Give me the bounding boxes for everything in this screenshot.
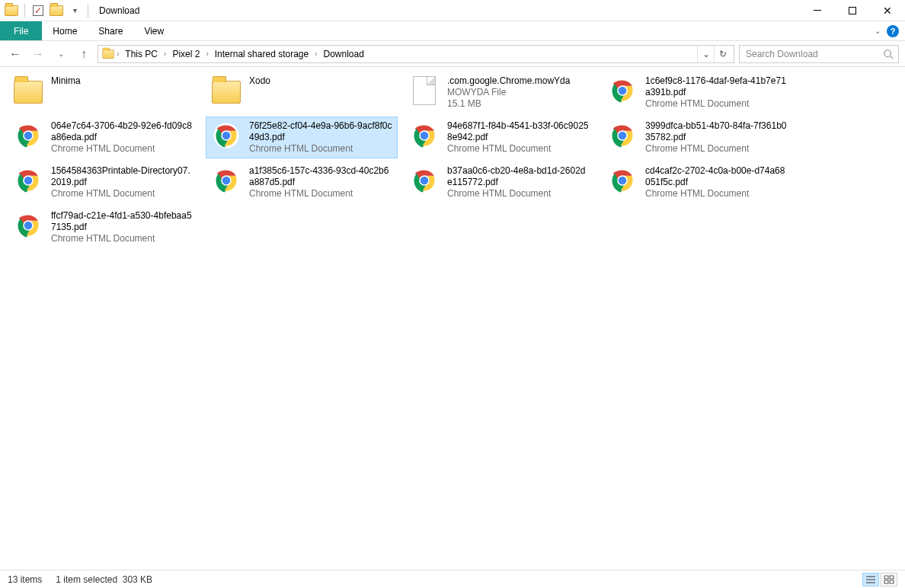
- breadcrumb[interactable]: Internal shared storage: [210, 49, 313, 59]
- svg-point-25: [421, 177, 429, 185]
- ribbon-collapse-icon[interactable]: ⌄: [875, 27, 881, 35]
- svg-rect-35: [884, 576, 888, 579]
- item-type: Chrome HTML Document: [51, 143, 194, 155]
- tab-view[interactable]: View: [133, 21, 174, 40]
- file-item[interactable]: .com.google.Chrome.mowYdaMOWYDA File15.1…: [404, 72, 596, 113]
- forward-button[interactable]: →: [29, 45, 47, 63]
- chrome-icon: [609, 77, 636, 104]
- breadcrumb[interactable]: Pixel 2: [168, 49, 204, 59]
- breadcrumb[interactable]: This PC: [120, 49, 162, 59]
- address-history-icon[interactable]: ⌄: [697, 46, 714, 62]
- separator: [88, 4, 88, 18]
- chrome-icon: [14, 122, 42, 149]
- address-bar[interactable]: › This PC › Pixel 2 › Internal shared st…: [98, 45, 734, 63]
- file-item[interactable]: 1c6ef9c8-1176-4daf-9efa-41b7e71a391b.pdf…: [602, 72, 794, 113]
- item-type: MOWYDA File: [447, 87, 590, 98]
- item-name: b37aa0c6-cb20-4e8a-bd1d-2602de115772.pdf: [447, 165, 590, 188]
- window-title: Download: [94, 5, 139, 16]
- file-item[interactable]: 3999dfca-bb51-4b70-84fa-7f361b035782.pdf…: [602, 117, 794, 158]
- svg-point-13: [421, 132, 429, 140]
- chevron-right-icon[interactable]: ›: [315, 50, 317, 58]
- folder-item[interactable]: Xodo: [206, 72, 398, 113]
- large-icons-view-button[interactable]: [881, 573, 897, 586]
- svg-point-10: [222, 132, 231, 140]
- item-name: cd4caf2c-2702-4c0a-b00e-d74a68051f5c.pdf: [645, 165, 788, 188]
- file-tab[interactable]: File: [0, 21, 42, 40]
- new-folder-icon[interactable]: [48, 2, 65, 19]
- file-item[interactable]: 94e687f1-f84b-4541-b33f-06c90258e942.pdf…: [404, 117, 596, 158]
- refresh-button[interactable]: ↻: [714, 46, 731, 62]
- folder-icon: [14, 81, 43, 104]
- chrome-icon: [411, 122, 438, 149]
- up-button[interactable]: ↑: [75, 45, 93, 63]
- chevron-right-icon[interactable]: ›: [164, 50, 166, 58]
- svg-point-0: [884, 50, 891, 56]
- item-name: 76f25e82-cf04-4e9a-96b6-9acf8f0c49d3.pdf: [249, 120, 392, 143]
- search-icon[interactable]: [883, 49, 894, 59]
- svg-point-4: [619, 87, 627, 95]
- item-name: .com.google.Chrome.mowYda: [447, 75, 590, 87]
- file-item[interactable]: 1564584363Printable-Directory07.2019.pdf…: [8, 161, 200, 203]
- item-type: Chrome HTML Document: [51, 233, 194, 244]
- recent-locations-icon[interactable]: ⌄: [52, 45, 70, 63]
- item-type: Chrome HTML Document: [249, 143, 392, 155]
- item-type: Chrome HTML Document: [645, 143, 788, 155]
- svg-point-7: [24, 132, 33, 140]
- chevron-right-icon[interactable]: ›: [117, 50, 119, 58]
- chrome-icon: [14, 167, 42, 194]
- item-type: Chrome HTML Document: [645, 98, 788, 110]
- breadcrumb[interactable]: Download: [319, 49, 369, 59]
- item-type: Chrome HTML Document: [51, 188, 194, 200]
- svg-line-1: [891, 56, 894, 59]
- close-button[interactable]: ✕: [870, 0, 905, 21]
- file-item[interactable]: ffcf79ad-c21e-4fd1-a530-4bfebaa57135.pdf…: [8, 206, 200, 248]
- item-type: Chrome HTML Document: [645, 188, 788, 200]
- navigation-bar: ← → ⌄ ↑ › This PC › Pixel 2 › Internal s…: [0, 41, 905, 67]
- item-name: Minima: [51, 75, 194, 87]
- item-name: Xodo: [249, 75, 392, 87]
- item-name: 3999dfca-bb51-4b70-84fa-7f361b035782.pdf: [645, 120, 788, 143]
- file-list[interactable]: MinimaXodo.com.google.Chrome.mowYdaMOWYD…: [0, 67, 905, 570]
- details-view-button[interactable]: [862, 573, 879, 586]
- chrome-icon: [213, 122, 240, 149]
- file-item[interactable]: a1f385c6-157c-4336-93cd-40c2b6a887d5.pdf…: [206, 161, 398, 203]
- window-controls: ✕: [800, 0, 905, 21]
- item-type: Chrome HTML Document: [249, 188, 392, 200]
- help-icon[interactable]: ?: [887, 25, 899, 37]
- properties-checkbox-icon[interactable]: ✓: [30, 2, 46, 19]
- folder-icon: [212, 81, 241, 104]
- qat-customize-icon[interactable]: ▾: [66, 2, 83, 19]
- svg-point-31: [24, 222, 33, 230]
- item-name: a1f385c6-157c-4336-93cd-40c2b6a887d5.pdf: [249, 165, 392, 188]
- quick-access-toolbar: ✓ ▾: [0, 2, 94, 19]
- folder-item[interactable]: Minima: [8, 72, 200, 113]
- status-selection: 1 item selected 303 KB: [56, 574, 152, 585]
- item-type: Chrome HTML Document: [447, 143, 590, 155]
- file-item[interactable]: 064e7c64-3706-4b29-92e6-fd09c8a86eda.pdf…: [8, 117, 200, 158]
- minimize-button[interactable]: [800, 0, 835, 21]
- file-item[interactable]: b37aa0c6-cb20-4e8a-bd1d-2602de115772.pdf…: [404, 161, 596, 203]
- svg-point-19: [24, 177, 33, 185]
- chrome-icon: [609, 167, 636, 194]
- svg-point-16: [619, 132, 627, 140]
- item-name: ffcf79ad-c21e-4fd1-a530-4bfebaa57135.pdf: [51, 210, 194, 233]
- tab-share[interactable]: Share: [88, 21, 133, 40]
- folder-icon[interactable]: [3, 2, 20, 19]
- svg-rect-38: [890, 580, 894, 583]
- search-input[interactable]: [744, 48, 883, 60]
- item-size: 15.1 MB: [447, 98, 590, 110]
- maximize-button[interactable]: [835, 0, 870, 21]
- tab-home[interactable]: Home: [42, 21, 88, 40]
- svg-point-22: [222, 177, 231, 185]
- chrome-icon: [609, 122, 636, 149]
- item-name: 064e7c64-3706-4b29-92e6-fd09c8a86eda.pdf: [51, 120, 194, 143]
- item-name: 1c6ef9c8-1176-4daf-9efa-41b7e71a391b.pdf: [645, 75, 788, 98]
- location-folder-icon: [102, 50, 114, 59]
- item-name: 1564584363Printable-Directory07.2019.pdf: [51, 165, 194, 188]
- status-bar: 13 items 1 item selected 303 KB: [0, 570, 905, 588]
- file-item[interactable]: 76f25e82-cf04-4e9a-96b6-9acf8f0c49d3.pdf…: [206, 117, 398, 158]
- back-button[interactable]: ←: [6, 45, 24, 63]
- file-item[interactable]: cd4caf2c-2702-4c0a-b00e-d74a68051f5c.pdf…: [602, 161, 794, 203]
- chevron-right-icon[interactable]: ›: [206, 50, 208, 58]
- search-box[interactable]: [739, 45, 899, 63]
